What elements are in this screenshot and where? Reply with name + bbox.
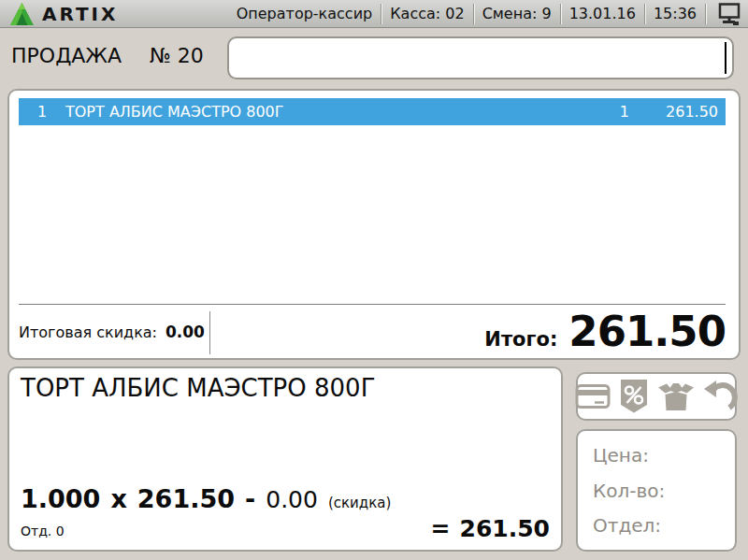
top-status-bar: ARTIX Оператор-кассир Касса: 02 Смена: 9… [0, 0, 748, 28]
current-item-department: Отд. 0 [21, 524, 65, 542]
item-details-panel: Цена: Кол-во: Отдел: [576, 429, 737, 552]
item-number: 1 [37, 103, 65, 121]
totals-row: Итоговая скидка: 0.00 Итого: 261.50 [9, 305, 739, 358]
sale-mode-title: ПРОДАЖА [11, 44, 122, 67]
status-items: Оператор-кассир Касса: 02 Смена: 9 13.01… [237, 3, 744, 25]
equals-sign: = [431, 515, 451, 542]
item-sum: 261.50 [629, 103, 718, 121]
item-qty: 1 [573, 103, 629, 121]
brand-name: ARTIX [42, 3, 118, 25]
receipt-panel: 1 ТОРТ АЛБИС МАЭСТРО 800Г 1 261.50 Итого… [7, 89, 741, 360]
current-item-panel: ТОРТ АЛБИС МАЭСТРО 800Г 1.000 x 261.50 -… [7, 366, 563, 552]
current-item-qty: 1.000 [21, 484, 100, 513]
status-date: 13.01.16 [569, 5, 636, 22]
status-operator: Оператор-кассир [237, 5, 373, 22]
current-item-total: = 261.50 [431, 515, 550, 542]
receipt-item-row[interactable]: 1 ТОРТ АЛБИС МАЭСТРО 800Г 1 261.50 [19, 98, 726, 125]
minus-sign: - [245, 484, 255, 513]
quantity-label: Кол-во: [593, 480, 720, 502]
price-label: Цена: [593, 444, 720, 467]
current-item-name: ТОРТ АЛБИС МАЭСТРО 800Г [21, 374, 550, 402]
grand-total: Итого: 261.50 [209, 310, 739, 352]
pos-screen: ARTIX Оператор-кассир Касса: 02 Смена: 9… [0, 0, 748, 560]
status-shift: Смена: 9 [482, 5, 552, 22]
actions-panel [576, 372, 737, 421]
status-divider [381, 4, 381, 24]
status-divider [644, 4, 645, 24]
network-monitor-icon [714, 3, 744, 25]
total-discount-label: Итоговая скидка: [19, 323, 157, 341]
undo-icon[interactable] [703, 380, 739, 413]
open-box-icon[interactable] [657, 381, 695, 412]
total-discount-value: 0.00 [165, 323, 205, 341]
total-discount: Итоговая скидка: 0.00 [9, 323, 209, 341]
current-item-discount: 0.00 [266, 486, 318, 513]
current-item-calculation: 1.000 x 261.50 - 0.00 (скидка) [21, 484, 550, 513]
status-divider [473, 4, 474, 24]
barcode-input[interactable] [227, 36, 734, 79]
grand-total-value: 261.50 [568, 310, 726, 352]
discount-icon[interactable] [619, 380, 649, 413]
status-divider [705, 4, 706, 24]
department-label: Отдел: [593, 514, 720, 537]
current-item-total-value: 261.50 [460, 515, 550, 542]
card-payment-icon[interactable] [575, 382, 611, 410]
text-cursor [725, 42, 726, 74]
brand-logo: ARTIX [9, 2, 118, 26]
current-item-footer: Отд. 0 = 261.50 [21, 515, 550, 542]
multiply-sign: x [110, 484, 126, 513]
status-divider [560, 4, 561, 24]
status-cash-register: Касса: 02 [390, 5, 464, 22]
grand-total-label: Итого: [484, 328, 557, 351]
status-time: 15:36 [654, 5, 697, 22]
artix-triangle-icon [9, 2, 35, 26]
current-item-price: 261.50 [137, 484, 235, 513]
sale-number: № 20 [150, 44, 204, 67]
item-name: ТОРТ АЛБИС МАЭСТРО 800Г [65, 103, 573, 121]
discount-note: (скидка) [328, 495, 391, 511]
